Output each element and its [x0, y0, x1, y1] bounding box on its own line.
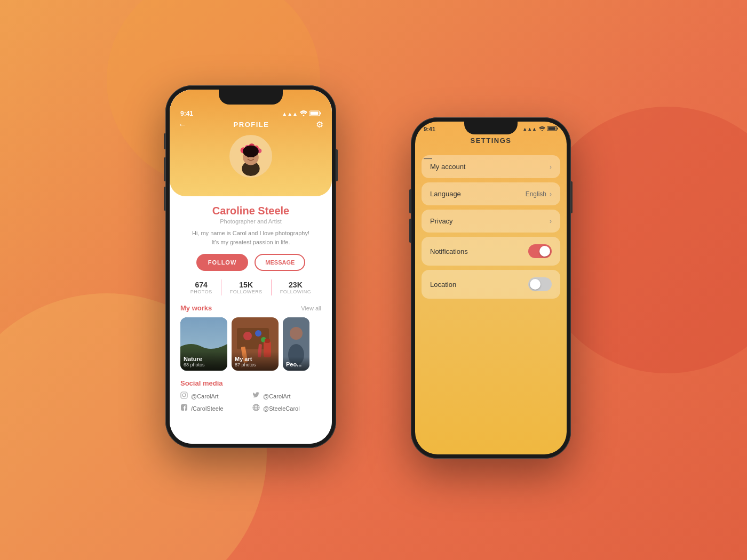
- language-value: English: [526, 190, 546, 198]
- svg-point-0: [303, 115, 305, 116]
- avatar-container: [170, 135, 332, 178]
- followers-count: 15K: [230, 281, 263, 289]
- following-label: FOLLOWING: [280, 289, 312, 294]
- mute-button: [164, 133, 165, 149]
- instagram-icon: [180, 391, 188, 401]
- svg-rect-26: [265, 339, 270, 343]
- people-card-overlay: Peo...: [283, 357, 309, 371]
- followers-label: FOLLOWERS: [230, 289, 263, 294]
- phone-settings: 9:41 ▲▲▲: [411, 117, 571, 459]
- volume-down-button: [164, 187, 165, 211]
- social-title: Social media: [180, 379, 321, 387]
- stat-followers: 15K FOLLOWERS: [221, 281, 271, 294]
- status-time: 9:41: [180, 110, 193, 117]
- language-right: English ›: [526, 190, 552, 198]
- settings-item-account[interactable]: My account ›: [422, 155, 560, 178]
- svg-point-28: [290, 327, 303, 340]
- location-label: Location: [430, 281, 456, 289]
- phone-profile: 9:41 ▲▲▲: [165, 85, 336, 448]
- social-facebook[interactable]: /CarolSteele: [180, 404, 249, 413]
- svg-point-16: [243, 146, 259, 157]
- work-card-nature[interactable]: Nature 68 photos: [180, 317, 227, 371]
- view-all-button[interactable]: View all: [301, 305, 321, 311]
- language-chevron: ›: [550, 190, 552, 198]
- privacy-right: ›: [550, 218, 552, 225]
- wifi-icon: [300, 110, 307, 117]
- settings-item-language[interactable]: Language English ›: [422, 182, 560, 205]
- avatar: [229, 135, 272, 178]
- settings-list: My account › Language English ›: [415, 155, 567, 299]
- svg-rect-41: [548, 127, 555, 130]
- settings-item-privacy[interactable]: Privacy ›: [422, 210, 560, 233]
- svg-point-32: [186, 393, 187, 394]
- settings-screen-title: SETTINGS: [415, 134, 567, 151]
- back-button[interactable]: ←: [178, 120, 187, 130]
- follow-button[interactable]: FOLLOW: [196, 254, 249, 271]
- art-count: 87 photos: [235, 362, 275, 367]
- social-globe[interactable]: @SteeleCarol: [252, 404, 321, 413]
- nature-card-overlay: Nature 68 photos: [180, 351, 227, 371]
- art-card-overlay: My art 87 photos: [232, 351, 279, 371]
- work-card-people[interactable]: Peo...: [283, 317, 309, 371]
- notifications-toggle-thumb: [539, 246, 550, 257]
- phones-container: 9:41 ▲▲▲: [133, 53, 614, 507]
- message-button[interactable]: MESSAGE: [255, 254, 305, 271]
- stat-photos: 674 PHOTOS: [182, 281, 221, 294]
- phone-profile-screen: 9:41 ▲▲▲: [170, 90, 332, 444]
- svg-rect-30: [181, 392, 187, 398]
- account-label: My account: [430, 163, 465, 171]
- location-toggle[interactable]: [528, 277, 552, 291]
- settings-item-location: Location: [422, 270, 560, 299]
- art-title: My art: [235, 356, 275, 362]
- profile-nav: ← PROFILE ⚙: [170, 119, 332, 135]
- profile-header: 9:41 ▲▲▲: [170, 90, 332, 196]
- account-chevron: ›: [550, 163, 552, 171]
- svg-point-31: [182, 394, 186, 397]
- settings-back-button[interactable]: —: [424, 154, 432, 163]
- power-button-2: [571, 181, 573, 213]
- works-row: Nature 68 photos: [180, 317, 321, 371]
- instagram-handle: @CarolArt: [191, 393, 219, 399]
- language-label: Language: [430, 190, 461, 198]
- globe-icon: [252, 404, 260, 413]
- privacy-chevron: ›: [550, 218, 552, 225]
- settings-status-icons: ▲▲▲: [522, 126, 558, 132]
- settings-phone-notch: [464, 122, 518, 134]
- volume-down-button-2: [409, 219, 411, 243]
- social-grid: @CarolArt @CarolArt: [180, 391, 321, 413]
- social-instagram[interactable]: @CarolArt: [180, 391, 249, 401]
- power-button: [336, 149, 338, 181]
- profile-subtitle: Photographer and Artist: [180, 218, 321, 225]
- status-icons: ▲▲▲: [282, 110, 321, 117]
- social-twitter[interactable]: @CarolArt: [252, 391, 321, 401]
- work-card-art[interactable]: My art 87 photos: [232, 317, 279, 371]
- phone-settings-screen: 9:41 ▲▲▲: [415, 122, 567, 454]
- location-toggle-thumb: [530, 279, 541, 290]
- photos-label: PHOTOS: [190, 289, 212, 294]
- privacy-label: Privacy: [430, 217, 453, 225]
- facebook-icon: [180, 404, 188, 413]
- nature-count: 68 photos: [184, 362, 224, 367]
- notifications-toggle[interactable]: [528, 244, 552, 258]
- facebook-handle: /CarolSteele: [191, 405, 224, 412]
- volume-up-button: [164, 157, 165, 181]
- twitter-icon: [252, 391, 260, 401]
- social-section: Social media @CarolAr: [180, 379, 321, 413]
- phone-notch: [219, 90, 283, 105]
- volume-up-button-2: [409, 189, 411, 213]
- nature-title: Nature: [184, 356, 224, 362]
- people-title: Peo...: [286, 361, 306, 367]
- screen-title: PROFILE: [187, 121, 316, 129]
- twitter-handle: @CarolArt: [263, 393, 291, 399]
- photos-count: 674: [190, 281, 212, 289]
- profile-actions: FOLLOW MESSAGE: [180, 254, 321, 271]
- svg-rect-2: [320, 112, 321, 114]
- stat-following: 23K FOLLOWING: [272, 281, 320, 294]
- profile-body: Caroline Steele Photographer and Artist …: [170, 196, 332, 444]
- notifications-label: Notifications: [430, 247, 468, 255]
- stats-row: 674 PHOTOS 15K FOLLOWERS 23K FOLLOWING: [180, 279, 321, 295]
- svg-rect-3: [311, 111, 319, 115]
- status-bar: 9:41 ▲▲▲: [170, 106, 332, 119]
- settings-button[interactable]: ⚙: [316, 119, 323, 130]
- settings-status-time: 9:41: [424, 126, 435, 132]
